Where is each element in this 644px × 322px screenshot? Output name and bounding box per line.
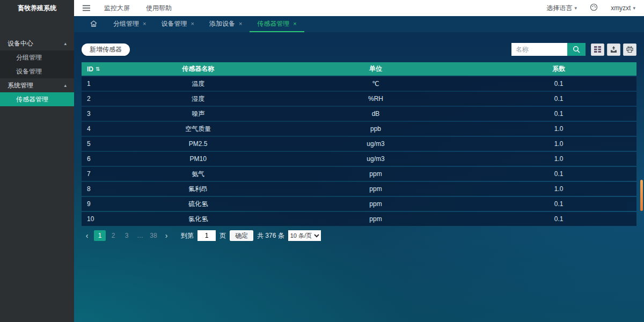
- table-row[interactable]: 7 氨气 ppm 0.1: [82, 167, 636, 181]
- print-button[interactable]: [623, 43, 636, 56]
- search-icon: [573, 46, 580, 53]
- table-actions: [591, 43, 636, 56]
- table-row[interactable]: 10 氯化氢 ppm 0.1: [82, 212, 636, 226]
- table-row[interactable]: 5 PM2.5 ug/m3 1.0: [82, 137, 636, 151]
- search-group: [511, 43, 586, 56]
- sort-icon[interactable]: ⇅: [96, 66, 100, 72]
- page-button-38[interactable]: 38: [148, 230, 159, 241]
- topbar-item-monitor-screen[interactable]: 监控大屏: [104, 4, 130, 13]
- user-menu[interactable]: xmyzxt ▾: [611, 4, 635, 12]
- sidebar-item-device-management[interactable]: 设备管理: [0, 64, 74, 78]
- table-row[interactable]: 1 温度 ℃ 0.1: [82, 77, 636, 91]
- tabbar: 分组管理 × 设备管理 × 添加设备 × 传感器管理 ×: [74, 16, 644, 32]
- page-ellipsis: …: [134, 230, 146, 241]
- toggle-view-button[interactable]: [591, 43, 604, 56]
- goto-label: 到第: [181, 231, 194, 240]
- sidebar-nav: 设备中心 ▴ 分组管理 设备管理 系统管理 ▴ 传感器管理: [0, 36, 74, 106]
- page-button-3[interactable]: 3: [121, 230, 133, 241]
- page-unit-label: 页: [219, 231, 226, 240]
- sidebar-section-system-management[interactable]: 系统管理 ▴: [0, 78, 74, 92]
- next-page-icon[interactable]: ›: [161, 230, 172, 241]
- chevron-down-icon: ▾: [633, 5, 635, 11]
- language-selector[interactable]: 选择语言 ▾: [547, 4, 577, 13]
- chevron-down-icon: ▾: [575, 5, 577, 11]
- sidebar-section-label: 设备中心: [8, 39, 33, 48]
- scrollbar-thumb[interactable]: [640, 180, 643, 211]
- table-row[interactable]: 3 噪声 dB 0.1: [82, 107, 636, 121]
- tab-sensor-management[interactable]: 传感器管理 ×: [250, 16, 304, 32]
- home-icon: [90, 20, 97, 27]
- table-header-row: ID ⇅ 传感器名称 单位 系数: [82, 62, 636, 76]
- goto-page-group: 到第 页 确定 共 376 条 10 条/页: [181, 230, 321, 241]
- table-toolbar: 新增传感器: [82, 43, 636, 56]
- prev-page-icon[interactable]: ‹: [82, 230, 92, 241]
- username: xmyzxt: [611, 4, 631, 12]
- tab-home[interactable]: [82, 16, 106, 32]
- column-header-unit: 单位: [270, 64, 481, 74]
- search-button[interactable]: [567, 43, 586, 56]
- close-icon[interactable]: ×: [143, 20, 146, 27]
- topbar: 监控大屏 使用帮助 选择语言 ▾ xmyzxt ▾: [74, 0, 644, 16]
- sidebar-item-group-management[interactable]: 分组管理: [0, 50, 74, 64]
- tab-device-management[interactable]: 设备管理 ×: [153, 16, 201, 32]
- table-row[interactable]: 8 氟利昂 ppm 1.0: [82, 182, 636, 196]
- total-records-label: 共 376 条: [257, 231, 284, 240]
- tab-group-management[interactable]: 分组管理 ×: [106, 16, 153, 32]
- pagination: ‹ 1 2 3 … 38 › 到第 页 确定 共 376 条 10 条/页: [82, 230, 636, 241]
- close-icon[interactable]: ×: [293, 20, 296, 27]
- sidebar-section-label: 系统管理: [8, 81, 33, 90]
- close-icon[interactable]: ×: [239, 20, 242, 27]
- add-sensor-button[interactable]: 新增传感器: [82, 43, 130, 56]
- tab-add-device[interactable]: 添加设备 ×: [202, 16, 250, 32]
- submenu-device-center: 分组管理 设备管理: [0, 50, 74, 78]
- goto-page-input[interactable]: [197, 230, 216, 241]
- table-row[interactable]: 9 硫化氢 ppm 0.1: [82, 197, 636, 211]
- sidebar: 畜牧养殖系统 设备中心 ▴ 分组管理 设备管理 系统管理 ▴ 传感器管理: [0, 0, 74, 322]
- table-row[interactable]: 4 空气质量 ppb 1.0: [82, 122, 636, 136]
- sidebar-section-device-center[interactable]: 设备中心 ▴: [0, 36, 74, 50]
- page-button-1[interactable]: 1: [94, 230, 106, 241]
- table-row[interactable]: 6 PM10 ug/m3 1.0: [82, 152, 636, 166]
- topbar-right: 选择语言 ▾ xmyzxt ▾: [547, 3, 635, 13]
- sensor-table: ID ⇅ 传感器名称 单位 系数 1 温度 ℃ 0.1 2 湿度 %RH: [82, 62, 636, 226]
- export-button[interactable]: [607, 43, 620, 56]
- page-button-2[interactable]: 2: [107, 230, 119, 241]
- collapse-arrow-icon: ▴: [64, 83, 67, 88]
- column-header-id[interactable]: ID ⇅: [82, 65, 126, 73]
- theme-palette-icon[interactable]: [590, 3, 598, 13]
- collapse-arrow-icon: ▴: [64, 41, 67, 46]
- app-root: 畜牧养殖系统 设备中心 ▴ 分组管理 设备管理 系统管理 ▴ 传感器管理: [0, 0, 644, 322]
- submenu-system-management: 传感器管理: [0, 92, 74, 106]
- content-area: 新增传感器: [74, 32, 644, 322]
- search-input[interactable]: [511, 43, 567, 56]
- column-header-name: 传感器名称: [126, 64, 270, 74]
- export-icon: [610, 46, 617, 53]
- sidebar-item-sensor-management[interactable]: 传感器管理: [0, 92, 74, 106]
- main-area: 监控大屏 使用帮助 选择语言 ▾ xmyzxt ▾: [74, 0, 644, 322]
- topbar-item-help[interactable]: 使用帮助: [146, 4, 172, 13]
- column-header-coef: 系数: [481, 64, 636, 74]
- close-icon[interactable]: ×: [191, 20, 194, 27]
- page-size-select[interactable]: 10 条/页: [288, 230, 321, 241]
- goto-confirm-button[interactable]: 确定: [230, 230, 253, 241]
- card-view-icon: [594, 46, 601, 53]
- menu-toggle-icon[interactable]: [83, 5, 90, 11]
- app-title: 畜牧养殖系统: [0, 0, 74, 16]
- print-icon: [626, 46, 633, 53]
- table-row[interactable]: 2 湿度 %RH 0.1: [82, 92, 636, 106]
